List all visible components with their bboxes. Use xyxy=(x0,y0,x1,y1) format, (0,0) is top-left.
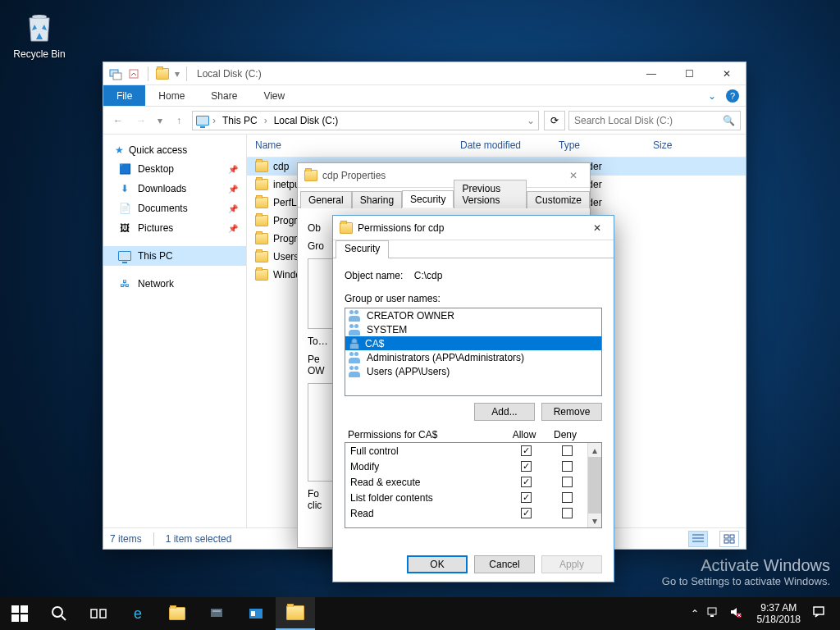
crumb-localdisk[interactable]: Local Disk (C:) xyxy=(271,113,342,128)
deny-checkbox[interactable] xyxy=(562,508,573,518)
folder-icon xyxy=(255,233,268,244)
list-item[interactable]: SYSTEM xyxy=(345,322,601,336)
deny-checkbox[interactable] xyxy=(562,461,573,472)
pin-icon: 📌 xyxy=(228,204,238,213)
allow-checkbox[interactable] xyxy=(521,461,532,472)
col-name[interactable]: Name xyxy=(247,135,452,157)
qat-folder-icon[interactable] xyxy=(155,66,170,81)
tab-general[interactable]: General xyxy=(300,191,352,208)
allow-checkbox[interactable] xyxy=(521,477,532,487)
add-button[interactable]: Add... xyxy=(474,403,535,421)
list-item[interactable]: Users (APP\Users) xyxy=(345,364,601,378)
start-button[interactable] xyxy=(0,597,39,630)
task-view-button[interactable] xyxy=(79,597,118,630)
tray-volume-icon[interactable] xyxy=(726,605,749,622)
list-item[interactable]: Administrators (APP\Administrators) xyxy=(345,350,601,364)
scroll-thumb[interactable] xyxy=(588,457,601,514)
ok-button[interactable]: OK xyxy=(407,555,468,573)
group-list[interactable]: CREATOR OWNERSYSTEMCA$Administrators (AP… xyxy=(345,308,602,396)
tab-security[interactable]: Security xyxy=(402,190,454,208)
clock[interactable]: 9:37 AM 5/18/2018 xyxy=(749,602,809,625)
col-type[interactable]: Type xyxy=(550,135,645,157)
task-explorer[interactable] xyxy=(158,597,197,630)
allow-checkbox[interactable] xyxy=(521,508,532,518)
task-server-manager[interactable] xyxy=(197,597,236,630)
details-view-button[interactable] xyxy=(688,531,708,547)
action-center-icon[interactable] xyxy=(809,605,832,622)
tab-customize[interactable]: Customize xyxy=(527,191,590,208)
sidebar-documents[interactable]: 📄Documents📌 xyxy=(103,199,246,218)
close-button[interactable]: ✕ xyxy=(708,62,746,84)
remove-button[interactable]: Remove xyxy=(541,403,602,421)
search-input[interactable] xyxy=(574,115,723,126)
search-button[interactable] xyxy=(39,597,79,630)
svg-rect-5 xyxy=(730,535,734,538)
sidebar-desktop[interactable]: 🟦Desktop📌 xyxy=(103,159,246,179)
tab-security[interactable]: Security xyxy=(336,240,389,258)
sidebar-thispc[interactable]: This PC xyxy=(103,246,246,266)
task-explorer-active[interactable] xyxy=(276,597,315,630)
tab-previous-versions[interactable]: Previous Versions xyxy=(454,180,527,208)
back-button[interactable]: ← xyxy=(108,111,128,130)
col-size[interactable]: Size xyxy=(645,135,746,157)
scroll-up-icon[interactable]: ▴ xyxy=(588,443,601,457)
quick-access-header[interactable]: ★Quick access xyxy=(103,141,246,159)
deny-checkbox[interactable] xyxy=(562,477,573,487)
svg-rect-16 xyxy=(212,610,221,612)
list-item[interactable]: CA$ xyxy=(345,336,601,350)
list-item[interactable]: CREATOR OWNER xyxy=(345,308,601,322)
svg-rect-15 xyxy=(211,609,222,617)
apply-button[interactable]: Apply xyxy=(541,555,602,573)
tab-home[interactable]: Home xyxy=(145,85,198,106)
help-icon[interactable]: ? xyxy=(726,89,739,103)
users-icon xyxy=(349,324,362,336)
svg-rect-19 xyxy=(708,608,716,614)
search-box[interactable]: 🔍 xyxy=(568,111,741,130)
deny-checkbox[interactable] xyxy=(562,445,573,456)
allow-checkbox[interactable] xyxy=(521,492,532,503)
sidebar-downloads[interactable]: ⬇Downloads📌 xyxy=(103,179,246,199)
maximize-button[interactable]: ☐ xyxy=(670,62,708,84)
tab-view[interactable]: View xyxy=(250,85,298,106)
refresh-button[interactable]: ⟳ xyxy=(544,111,565,130)
tray-network-icon[interactable] xyxy=(703,605,726,622)
close-button[interactable]: ✕ xyxy=(557,163,590,187)
pc-icon xyxy=(196,116,209,126)
close-button[interactable]: ✕ xyxy=(581,216,614,240)
scrollbar[interactable]: ▴ ▾ xyxy=(587,443,601,527)
allow-checkbox[interactable] xyxy=(521,445,532,456)
tab-sharing[interactable]: Sharing xyxy=(352,191,402,208)
thumbnails-view-button[interactable] xyxy=(719,531,739,547)
sidebar-pictures[interactable]: 🖼Pictures📌 xyxy=(103,218,246,238)
svg-rect-6 xyxy=(724,540,728,543)
recycle-bin[interactable]: Recycle Bin xyxy=(8,7,71,60)
qat-properties-icon[interactable] xyxy=(126,66,141,81)
cancel-button[interactable]: Cancel xyxy=(474,555,535,573)
system-menu-icon[interactable] xyxy=(108,66,123,81)
svg-rect-4 xyxy=(724,535,728,538)
scroll-down-icon[interactable]: ▾ xyxy=(588,514,601,527)
up-button[interactable]: ↑ xyxy=(169,111,189,130)
permissions-title: Permissions for cdp xyxy=(358,222,444,234)
task-app[interactable] xyxy=(236,597,276,630)
svg-rect-11 xyxy=(21,614,28,622)
tab-file[interactable]: File xyxy=(103,85,145,106)
col-date[interactable]: Date modified xyxy=(452,135,550,157)
permission-row: Read xyxy=(345,505,587,521)
crumb-thispc[interactable]: This PC xyxy=(219,113,261,128)
deny-header: Deny xyxy=(545,429,586,441)
tray-overflow-icon[interactable]: ⌃ xyxy=(687,608,703,619)
forward-button[interactable]: → xyxy=(131,111,151,130)
task-ie[interactable]: e xyxy=(118,597,158,630)
recent-button[interactable]: ▾ xyxy=(154,111,166,130)
sidebar-network[interactable]: 🖧Network xyxy=(103,274,246,294)
svg-rect-18 xyxy=(251,611,255,616)
deny-checkbox[interactable] xyxy=(562,492,573,503)
history-dropdown-icon[interactable]: ⌄ xyxy=(527,115,535,126)
tab-share[interactable]: Share xyxy=(198,85,250,106)
ribbon-expand-icon[interactable]: ⌄ xyxy=(701,85,723,106)
breadcrumb[interactable]: › This PC › Local Disk (C:) ⌄ xyxy=(192,111,539,130)
status-count: 7 items xyxy=(110,533,142,545)
minimize-button[interactable]: — xyxy=(632,62,670,84)
users-icon xyxy=(349,310,362,322)
